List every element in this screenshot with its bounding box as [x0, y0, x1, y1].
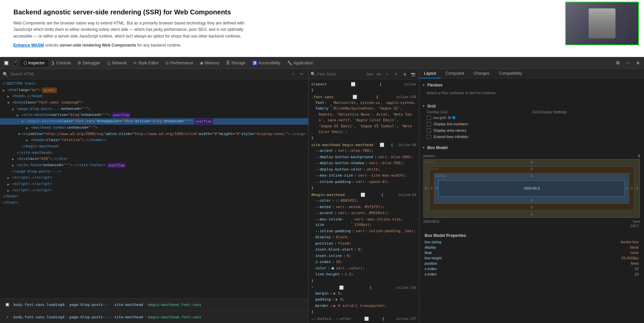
breadcrumb-top: 🔲 body.font-sans.leading4 › page-blog-po… — [0, 298, 308, 311]
html-search-actions: + ✏ — [289, 70, 306, 78]
bm-padding-bottom-val: 0 — [531, 199, 533, 202]
add-node-btn[interactable]: + — [289, 70, 297, 78]
html-line-script2[interactable]: ▶ <script> …</script> — [0, 181, 308, 187]
css-prop-max-inline2: --max-inline-size: var(--max-inline-size… — [309, 216, 419, 228]
html-line-div-m10[interactable]: ▶ <div class="m10"> …</div> — [0, 156, 308, 162]
breadcrumb-icon2[interactable]: ⚡ — [3, 312, 12, 322]
html-line-header[interactable]: ▶ <header class="relative"> …</header> — [0, 137, 308, 143]
display-line-numbers-checkbox[interactable] — [427, 122, 431, 126]
html-line-close-site-masthead[interactable]: </site-masthead> — [0, 150, 308, 156]
html-line-close-body[interactable]: </body> — [0, 193, 308, 200]
css-rule-before: …::before, ::after ⬜ { inline:157 border… — [309, 315, 419, 323]
css-prop-deploy-color: --deploy-button-color: white; — [309, 167, 419, 173]
bm-content-box: 2560×85.8 — [438, 180, 625, 197]
bm-border-text: border — [430, 167, 439, 171]
tab-console[interactable]: ❯ Console — [48, 59, 74, 67]
extend-lines-checkbox[interactable] — [427, 135, 431, 139]
html-line-close-html[interactable]: </html> — [0, 200, 308, 206]
storage-tab-icon: 🗄 — [226, 61, 230, 65]
color-dot-transparent[interactable] — [355, 305, 358, 307]
tab-storage[interactable]: 🗄 Storage — [223, 59, 249, 67]
breadcrumb-site-masthead[interactable]: site-masthead — [114, 303, 143, 307]
webpage-title: Backend agnostic server-side rendering (… — [13, 8, 631, 16]
display-area-names-checkbox[interactable] — [427, 128, 431, 133]
tab-inspector[interactable]: ⬡ Inspector — [20, 59, 48, 67]
tab-memory[interactable]: ◉ Memory — [197, 59, 222, 67]
css-rule-begin-masthead-header: #begin-masthead ⬜ { inline:63 — [309, 192, 419, 198]
breadcrumb2-begin-masthead[interactable]: begin-masthead.font-sans — [148, 315, 202, 319]
css-prop-muted-var: --muted: var(--muted, #5f5f5f); — [309, 204, 419, 210]
css-panel: 🔍 :hov .cls + ☀ ◑ 📷 element ⬜ { inline — [309, 69, 419, 323]
tab-accessibility[interactable]: ♿ Accessibility — [249, 59, 284, 67]
html-line-script1[interactable]: ▶ <script> …</script> — [0, 175, 308, 181]
light-dark-btn[interactable]: ☀ — [392, 70, 399, 78]
pseudo-hov-btn[interactable]: :hov — [366, 70, 373, 78]
html-line-head[interactable]: ▶ <head> … </head> — [0, 93, 308, 100]
responsive-design-icon[interactable]: 📱 — [11, 58, 20, 68]
new-window-icon[interactable]: ⧉ — [613, 58, 623, 68]
html-line-masthead-symbols[interactable]: ▶ <masthead-symbols enhanced="⁺"> — [0, 125, 308, 131]
more-options-icon[interactable]: ⋯ — [623, 58, 633, 68]
style-editor-tab-label: Style Editor — [138, 61, 159, 65]
css-prop-font-family-cont2: 'Segoe UI Emoji', 'Segoe UI Symbol', 'No… — [309, 123, 419, 135]
layout-tab-changes[interactable]: Changes — [469, 69, 494, 78]
style-editor-tab-icon: ✏ — [133, 61, 137, 65]
tab-debugger[interactable]: ⚙ Debugger — [74, 59, 104, 67]
tab-style-editor[interactable]: ✏ Style Editor — [130, 59, 162, 67]
css-prop-deploy-bg: --deploy-button-background: var(--blue-5… — [309, 154, 419, 160]
enhance-wasm-link[interactable]: Enhance WASM — [13, 43, 44, 48]
breadcrumb-body[interactable]: body.font-sans.leading4 — [13, 303, 64, 307]
box-model-header[interactable]: ▼ Box Model — [422, 144, 641, 151]
nav-grid-dot-gray — [448, 116, 451, 119]
nav-grid-checkbox[interactable] — [427, 116, 431, 120]
search-html-input[interactable] — [10, 72, 287, 76]
add-rule-btn[interactable]: + — [383, 70, 391, 78]
debugger-tab-label: Debugger — [83, 61, 100, 65]
html-line-body[interactable]: ▼ <body class="font-sans leading4"> — [0, 100, 308, 106]
bm-prop-z-index: z-index 10 — [425, 266, 639, 271]
layout-tab-compatibility[interactable]: Compatibility — [494, 69, 527, 78]
html-line-close-page[interactable]: </page-blog-posts----> — [0, 169, 308, 175]
edit-html-btn[interactable]: ✏ — [298, 70, 306, 78]
css-prop-font-family: font-family : Montserrat, system-ui, -ap… — [309, 100, 419, 112]
color-scheme-btn[interactable]: ◑ — [401, 70, 408, 78]
close-devtools-icon[interactable]: ✕ — [633, 58, 643, 68]
pseudo-cls-btn[interactable]: .cls — [375, 70, 382, 78]
flexbox-section-header[interactable]: ▼ Flexbox — [422, 81, 641, 89]
screenshot-btn[interactable]: 📷 — [410, 70, 417, 78]
filter-styles-input[interactable] — [317, 72, 365, 76]
css-toolbar: 🔍 :hov .cls + ☀ ◑ 📷 — [309, 69, 419, 79]
html-line-html[interactable]: ▶ <html lang="en"> scroll — [0, 87, 308, 93]
html-tree[interactable]: <!DOCTYPE html> ▶ <html lang="en"> scrol… — [0, 79, 308, 298]
html-line-doctype[interactable]: <!DOCTYPE html> — [0, 81, 308, 87]
bm-padding-top-val: 0 — [531, 175, 533, 178]
html-line-site-masthead-active[interactable]: ▶ <site-masthead active="blog" enhanced=… — [0, 112, 308, 118]
pick-element-icon[interactable]: 🔲 — [1, 58, 11, 68]
video-thumbnail[interactable] — [565, 2, 639, 45]
tab-network[interactable]: ◫ Network — [104, 59, 130, 67]
breadcrumb-icon1[interactable]: 🔲 — [3, 300, 12, 309]
tab-application[interactable]: 🔧 Application — [284, 59, 317, 67]
breadcrumb2-page[interactable]: page-blog-posts--- — [69, 315, 109, 319]
html-line-svg[interactable]: ▶ <svg xmlns="http://www.w3.org/2000/svg… — [0, 131, 308, 137]
bm-margin-left-val: 0 — [425, 187, 427, 190]
memory-tab-icon: ◉ — [200, 61, 203, 65]
html-line-begin-masthead[interactable]: ▼ <begin-masthead class="font-sans" brea… — [0, 118, 308, 125]
color-dot-003451[interactable] — [336, 199, 338, 202]
html-line-page-blog[interactable]: ▶ <page-blog-posts---- enhanced="⁺"> — [0, 106, 308, 112]
html-line-site-footer[interactable]: ▶ <site-footer enhanced="⁺"> …</site-foo… — [0, 162, 308, 169]
breadcrumb2-site-masthead[interactable]: site-masthead — [114, 315, 143, 319]
html-line-script3[interactable]: ▶ <script> …</script> — [0, 187, 308, 194]
css-prop-before-border: border: ▶ 0 solid transparency; — [309, 322, 419, 323]
html-line-close-begin-masthead[interactable]: </begin-masthead> — [0, 143, 308, 150]
grid-arrow-icon: ▼ — [422, 104, 425, 108]
devtools-toolbar: 🔲 📱 ⬡ Inspector ❯ Console ⚙ Debugger ◫ N… — [0, 57, 644, 69]
tab-performance[interactable]: ◎ Performance — [162, 59, 197, 67]
layout-tab-computed[interactable]: Computed — [441, 69, 469, 78]
breadcrumb2-body[interactable]: body.font-sans.leading4 — [13, 315, 64, 319]
layout-tab-layout[interactable]: Layout — [419, 69, 441, 78]
breadcrumb-begin-masthead[interactable]: begin-masthead.font-sans — [148, 303, 202, 307]
color-dot-color-var[interactable] — [331, 267, 334, 270]
breadcrumb-page[interactable]: page-blog-posts--- — [69, 303, 109, 307]
grid-section-header[interactable]: ▼ Grid — [422, 103, 641, 110]
